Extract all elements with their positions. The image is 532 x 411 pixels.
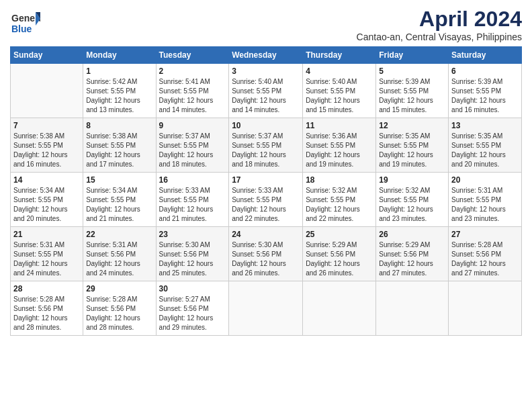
calendar-day-cell xyxy=(449,281,522,336)
day-number: 13 xyxy=(451,121,519,130)
calendar-day-cell: 21Sunrise: 5:31 AM Sunset: 5:55 PM Dayli… xyxy=(11,227,83,281)
day-detail: Sunrise: 5:35 AM Sunset: 5:55 PM Dayligh… xyxy=(451,132,519,169)
day-number: 9 xyxy=(159,121,226,130)
calendar-day-cell: 22Sunrise: 5:31 AM Sunset: 5:56 PM Dayli… xyxy=(83,227,156,281)
calendar-day-cell: 18Sunrise: 5:32 AM Sunset: 5:55 PM Dayli… xyxy=(303,173,376,227)
calendar-day-cell: 5Sunrise: 5:39 AM Sunset: 5:55 PM Daylig… xyxy=(376,64,449,118)
calendar-day-cell: 14Sunrise: 5:34 AM Sunset: 5:55 PM Dayli… xyxy=(11,173,83,227)
day-detail: Sunrise: 5:30 AM Sunset: 5:56 PM Dayligh… xyxy=(232,240,300,278)
calendar-day-cell: 4Sunrise: 5:40 AM Sunset: 5:55 PM Daylig… xyxy=(303,64,376,118)
day-detail: Sunrise: 5:41 AM Sunset: 5:55 PM Dayligh… xyxy=(159,77,226,115)
day-detail: Sunrise: 5:34 AM Sunset: 5:55 PM Dayligh… xyxy=(13,186,80,224)
day-detail: Sunrise: 5:35 AM Sunset: 5:55 PM Dayligh… xyxy=(379,132,445,169)
day-of-week-header: Sunday xyxy=(11,47,83,64)
day-number: 23 xyxy=(159,230,226,239)
calendar-day-cell: 1Sunrise: 5:42 AM Sunset: 5:55 PM Daylig… xyxy=(83,64,156,118)
day-number: 24 xyxy=(232,230,300,239)
day-number: 28 xyxy=(13,284,80,293)
day-detail: Sunrise: 5:27 AM Sunset: 5:56 PM Dayligh… xyxy=(159,295,226,332)
day-of-week-header: Thursday xyxy=(303,47,376,64)
day-number: 30 xyxy=(159,284,226,293)
day-number: 19 xyxy=(379,175,445,185)
day-detail: Sunrise: 5:28 AM Sunset: 5:56 PM Dayligh… xyxy=(86,295,152,332)
calendar-day-cell: 8Sunrise: 5:38 AM Sunset: 5:55 PM Daylig… xyxy=(83,118,156,173)
location-subtitle: Cantao-an, Central Visayas, Philippines xyxy=(357,32,522,42)
day-number: 7 xyxy=(13,121,80,130)
logo-graphic: General Blue xyxy=(10,7,40,40)
day-number: 8 xyxy=(86,121,152,130)
day-detail: Sunrise: 5:28 AM Sunset: 5:56 PM Dayligh… xyxy=(13,295,80,332)
calendar-day-cell xyxy=(229,281,303,336)
calendar-day-cell: 6Sunrise: 5:39 AM Sunset: 5:55 PM Daylig… xyxy=(449,64,522,118)
day-detail: Sunrise: 5:39 AM Sunset: 5:55 PM Dayligh… xyxy=(379,77,445,115)
day-of-week-header: Tuesday xyxy=(156,47,229,64)
calendar-day-cell: 30Sunrise: 5:27 AM Sunset: 5:56 PM Dayli… xyxy=(156,281,229,336)
day-detail: Sunrise: 5:32 AM Sunset: 5:55 PM Dayligh… xyxy=(306,186,373,224)
calendar-day-cell: 12Sunrise: 5:35 AM Sunset: 5:55 PM Dayli… xyxy=(376,118,449,173)
calendar-day-cell: 15Sunrise: 5:34 AM Sunset: 5:55 PM Dayli… xyxy=(83,173,156,227)
calendar-week-row: 28Sunrise: 5:28 AM Sunset: 5:56 PM Dayli… xyxy=(11,281,522,336)
calendar-week-row: 14Sunrise: 5:34 AM Sunset: 5:55 PM Dayli… xyxy=(11,173,522,227)
calendar-day-cell xyxy=(11,64,83,118)
calendar-day-cell: 11Sunrise: 5:36 AM Sunset: 5:55 PM Dayli… xyxy=(303,118,376,173)
day-number: 2 xyxy=(159,66,226,76)
day-number: 6 xyxy=(451,66,519,76)
calendar-day-cell: 29Sunrise: 5:28 AM Sunset: 5:56 PM Dayli… xyxy=(83,281,156,336)
day-number: 29 xyxy=(86,284,152,293)
day-detail: Sunrise: 5:36 AM Sunset: 5:55 PM Dayligh… xyxy=(306,132,373,169)
calendar-day-cell: 7Sunrise: 5:38 AM Sunset: 5:55 PM Daylig… xyxy=(11,118,83,173)
day-number: 17 xyxy=(232,175,300,185)
calendar-day-cell: 19Sunrise: 5:32 AM Sunset: 5:55 PM Dayli… xyxy=(376,173,449,227)
day-detail: Sunrise: 5:29 AM Sunset: 5:56 PM Dayligh… xyxy=(306,240,373,278)
calendar-week-row: 7Sunrise: 5:38 AM Sunset: 5:55 PM Daylig… xyxy=(11,118,522,173)
day-number: 26 xyxy=(379,230,445,239)
day-detail: Sunrise: 5:40 AM Sunset: 5:55 PM Dayligh… xyxy=(306,77,373,115)
day-number: 4 xyxy=(306,66,373,76)
calendar-day-cell xyxy=(376,281,449,336)
calendar-day-cell: 17Sunrise: 5:33 AM Sunset: 5:55 PM Dayli… xyxy=(229,173,303,227)
calendar-day-cell: 25Sunrise: 5:29 AM Sunset: 5:56 PM Dayli… xyxy=(303,227,376,281)
day-detail: Sunrise: 5:38 AM Sunset: 5:55 PM Dayligh… xyxy=(86,132,152,169)
day-of-week-header: Saturday xyxy=(449,47,522,64)
calendar-day-cell: 13Sunrise: 5:35 AM Sunset: 5:55 PM Dayli… xyxy=(449,118,522,173)
day-detail: Sunrise: 5:39 AM Sunset: 5:55 PM Dayligh… xyxy=(451,77,519,115)
logo: General Blue xyxy=(10,7,40,40)
day-number: 16 xyxy=(159,175,226,185)
page-header: General Blue April 2024 Cantao-an, Centr… xyxy=(10,7,522,42)
day-detail: Sunrise: 5:40 AM Sunset: 5:55 PM Dayligh… xyxy=(232,77,300,115)
day-number: 27 xyxy=(451,230,519,239)
calendar-day-cell: 28Sunrise: 5:28 AM Sunset: 5:56 PM Dayli… xyxy=(11,281,83,336)
day-number: 22 xyxy=(86,230,152,239)
title-area: April 2024 Cantao-an, Central Visayas, P… xyxy=(357,7,522,42)
day-number: 5 xyxy=(379,66,445,76)
month-title: April 2024 xyxy=(357,7,522,32)
calendar-day-cell: 16Sunrise: 5:33 AM Sunset: 5:55 PM Dayli… xyxy=(156,173,229,227)
calendar-day-cell: 26Sunrise: 5:29 AM Sunset: 5:56 PM Dayli… xyxy=(376,227,449,281)
day-number: 25 xyxy=(306,230,373,239)
calendar-day-cell: 23Sunrise: 5:30 AM Sunset: 5:56 PM Dayli… xyxy=(156,227,229,281)
day-detail: Sunrise: 5:34 AM Sunset: 5:55 PM Dayligh… xyxy=(86,186,152,224)
calendar-day-cell: 2Sunrise: 5:41 AM Sunset: 5:55 PM Daylig… xyxy=(156,64,229,118)
calendar-header-row: SundayMondayTuesdayWednesdayThursdayFrid… xyxy=(11,47,522,64)
day-of-week-header: Friday xyxy=(376,47,449,64)
calendar-day-cell: 10Sunrise: 5:37 AM Sunset: 5:55 PM Dayli… xyxy=(229,118,303,173)
day-number: 20 xyxy=(451,175,519,185)
day-number: 11 xyxy=(306,121,373,130)
calendar-day-cell xyxy=(303,281,376,336)
day-number: 15 xyxy=(86,175,152,185)
day-detail: Sunrise: 5:37 AM Sunset: 5:55 PM Dayligh… xyxy=(232,132,300,169)
day-number: 3 xyxy=(232,66,300,76)
day-detail: Sunrise: 5:33 AM Sunset: 5:55 PM Dayligh… xyxy=(232,186,300,224)
day-number: 18 xyxy=(306,175,373,185)
calendar-day-cell: 9Sunrise: 5:37 AM Sunset: 5:55 PM Daylig… xyxy=(156,118,229,173)
calendar-week-row: 21Sunrise: 5:31 AM Sunset: 5:55 PM Dayli… xyxy=(11,227,522,281)
calendar-day-cell: 20Sunrise: 5:31 AM Sunset: 5:55 PM Dayli… xyxy=(449,173,522,227)
calendar-day-cell: 27Sunrise: 5:28 AM Sunset: 5:56 PM Dayli… xyxy=(449,227,522,281)
day-number: 10 xyxy=(232,121,300,130)
day-detail: Sunrise: 5:31 AM Sunset: 5:55 PM Dayligh… xyxy=(451,186,519,224)
day-number: 1 xyxy=(86,66,152,76)
svg-text:Blue: Blue xyxy=(11,24,32,34)
calendar-day-cell: 3Sunrise: 5:40 AM Sunset: 5:55 PM Daylig… xyxy=(229,64,303,118)
day-detail: Sunrise: 5:38 AM Sunset: 5:55 PM Dayligh… xyxy=(13,132,80,169)
day-detail: Sunrise: 5:33 AM Sunset: 5:55 PM Dayligh… xyxy=(159,186,226,224)
